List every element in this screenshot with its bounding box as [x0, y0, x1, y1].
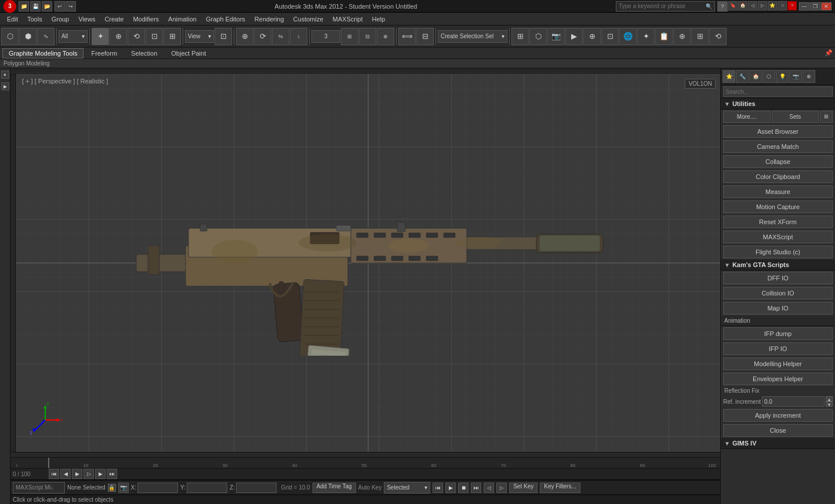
viewport-3d[interactable]: [ + ] [ Perspective ] [ Realistic ] VOL1… [16, 74, 720, 452]
percent-snap[interactable]: % [272, 28, 289, 45]
ref-increment-spinner[interactable]: ▲ ▼ [826, 396, 833, 407]
scale-tool2[interactable]: ⊞ [164, 28, 181, 45]
frame-btn-3[interactable]: ⊕ [377, 28, 394, 45]
select-region-icon[interactable]: ⬢ [19, 28, 37, 45]
spinner-snap[interactable]: ↕ [290, 28, 307, 45]
camera-match-btn[interactable]: Camera Match [723, 140, 833, 153]
menu-item-edit[interactable]: Edit [2, 14, 23, 24]
restore-button[interactable]: ❐ [810, 2, 821, 10]
schematic-view-btn[interactable]: ⊞ [511, 28, 529, 45]
key-prev-btn[interactable]: ⏮ [433, 483, 443, 493]
menu-item-graph-editors[interactable]: Graph Editors [201, 14, 250, 24]
collision-io-btn[interactable]: Collision IO [723, 287, 833, 300]
frame-btn-1[interactable]: ⊞ [341, 28, 358, 45]
lock-toggle[interactable]: 🔒 [108, 484, 116, 492]
menu-item-views[interactable]: Views [74, 14, 100, 24]
measure-btn[interactable]: Measure [723, 185, 833, 198]
menu-item-rendering[interactable]: Rendering [250, 14, 289, 24]
selected-dropdown[interactable]: Selected▾ [384, 482, 430, 494]
active-shade-btn[interactable]: ⊡ [601, 28, 619, 45]
set-key-btn[interactable]: Set Key [509, 483, 538, 493]
create-selection-btn[interactable]: Create Selection Sel▾ [438, 30, 507, 43]
rotate-tool[interactable]: ⟲ [128, 28, 145, 45]
key-prev2-btn[interactable]: ◁ [484, 483, 494, 493]
rp-icon-5[interactable]: 💡 [776, 70, 789, 83]
tb-icon-3[interactable]: 📂 [42, 1, 52, 12]
align-btn[interactable]: ⊟ [416, 28, 434, 45]
render-btn[interactable]: ▶ [565, 28, 583, 45]
y-input[interactable] [187, 483, 227, 493]
asset-browser-btn[interactable]: Asset Browser [723, 125, 833, 138]
dff-io-btn[interactable]: DFF IO [723, 272, 833, 284]
menu-item-animation[interactable]: Animation [164, 14, 201, 24]
snap-toggle[interactable]: ⊕ [236, 28, 253, 45]
environment-btn[interactable]: 🌐 [619, 28, 637, 45]
frame-field[interactable]: 3 [311, 30, 340, 43]
ribbon-pin-btn[interactable]: 📌 [825, 49, 833, 57]
key-play-btn[interactable]: ▶ [445, 483, 456, 493]
z-input[interactable] [236, 483, 277, 493]
key-filters-btn[interactable]: Key Filters... [540, 483, 580, 493]
tab-graphite[interactable]: Graphite Modeling Tools [2, 48, 84, 59]
rp-icon-7[interactable]: ⊕ [803, 70, 815, 83]
rp-icon-3[interactable]: 🏠 [749, 70, 762, 83]
play-btn[interactable]: ▶ [72, 469, 82, 479]
utilities-header[interactable]: ▼ Utilities [721, 98, 835, 109]
search-input[interactable] [619, 3, 706, 9]
rp-icon-1[interactable]: ⭐ [723, 70, 735, 83]
envelopes-helper-btn[interactable]: Envelopes Helper [723, 372, 833, 385]
menu-item-customize[interactable]: Customize [289, 14, 328, 24]
batch-render-btn[interactable]: ⊕ [673, 28, 691, 45]
add-time-tag-btn[interactable]: Add Time Tag [313, 483, 356, 493]
close-btn[interactable]: Close [723, 424, 833, 437]
collapse-btn[interactable]: Collapse [723, 155, 833, 168]
close-button[interactable]: ✕ [821, 2, 832, 10]
flight-studio-btn[interactable]: Flight Studio (c) [723, 246, 833, 258]
ref-coord-dropdown[interactable]: View▾ [185, 30, 214, 43]
ifp-io-btn[interactable]: IFP IO [723, 342, 833, 355]
camera-toggle[interactable]: 📷 [118, 483, 129, 493]
lasso-icon[interactable]: ∿ [37, 28, 55, 45]
filter-dropdown[interactable]: All▾ [59, 30, 88, 43]
frame-btn-2[interactable]: ⊟ [359, 28, 376, 45]
key-next-btn[interactable]: ⏭ [471, 483, 481, 493]
select-icon[interactable]: ⬡ [1, 28, 19, 45]
search-box[interactable]: 🔍 [616, 1, 715, 12]
spinner-up[interactable]: ▲ [826, 396, 833, 401]
key-stop-btn[interactable]: ⏹ [458, 483, 469, 493]
next-frame-btn[interactable]: ⏭ [107, 469, 117, 479]
nav-btn-3[interactable]: ◁ [748, 1, 757, 10]
color-clipboard-btn[interactable]: Color Clipboard [723, 170, 833, 183]
render-effects-btn[interactable]: ✦ [637, 28, 655, 45]
tb-icon-1[interactable]: 📁 [19, 1, 29, 12]
rp-icon-2[interactable]: 🔧 [736, 70, 749, 83]
tab-selection[interactable]: Selection [125, 48, 164, 59]
rp-search[interactable] [723, 86, 833, 97]
timeline-track-area[interactable]: 0102030405060708090100 [10, 458, 720, 469]
menu-item-help[interactable]: Help [368, 14, 390, 24]
undo-icon[interactable]: ↩ [55, 1, 65, 12]
rp-icon-4[interactable]: ⬡ [763, 70, 775, 83]
ifp-dump-btn[interactable]: IFP dump [723, 327, 833, 340]
prev-frame-btn[interactable]: ⏮ [49, 469, 59, 479]
gims-header[interactable]: ▼ GIMS IV [721, 438, 835, 449]
help-icon[interactable]: ? [717, 1, 728, 12]
select-move-tool[interactable]: ⊕ [110, 28, 127, 45]
minimize-button[interactable]: — [799, 2, 809, 10]
angle-snap[interactable]: ⟳ [254, 28, 271, 45]
reset-xform-btn[interactable]: Reset XForm [723, 216, 833, 228]
nav-btn-1[interactable]: 🔖 [728, 1, 738, 10]
raytracer-settings-btn[interactable]: ⊞ [691, 28, 709, 45]
redo-icon[interactable]: ↪ [66, 1, 76, 12]
tab-freeform[interactable]: Freeform [85, 48, 124, 59]
more-btn[interactable]: More.... [723, 111, 771, 123]
menu-item-tools[interactable]: Tools [23, 14, 47, 24]
next-key-btn[interactable]: ▶ [95, 469, 106, 479]
apply-increment-btn[interactable]: Apply increment [723, 409, 833, 422]
ref-increment-input[interactable] [762, 396, 825, 407]
script-panel[interactable]: MAXScript Mi↓ [13, 482, 65, 494]
prev-key-btn[interactable]: ◀ [60, 469, 71, 479]
sets-icon-btn[interactable]: ⊞ [820, 111, 833, 123]
select-tool[interactable]: ✦ [92, 28, 109, 45]
ls-select-btn[interactable]: ✦ [1, 71, 9, 79]
